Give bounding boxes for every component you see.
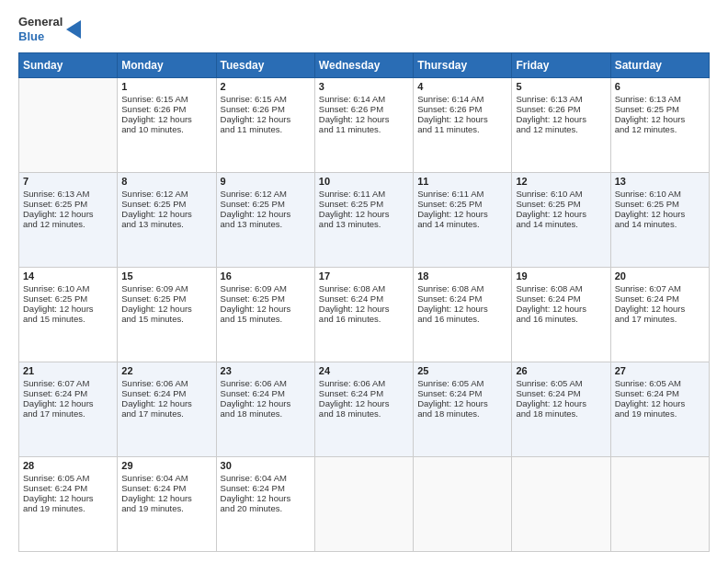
day-info-line: and 19 minutes. xyxy=(615,408,705,419)
day-info-line: and 19 minutes. xyxy=(23,503,113,513)
day-info-line: Sunset: 6:26 PM xyxy=(516,104,606,114)
day-info-line: Sunset: 6:24 PM xyxy=(417,388,507,398)
day-info-line: and 18 minutes. xyxy=(516,408,606,419)
day-info-line: and 16 minutes. xyxy=(417,314,507,324)
day-info-line: Sunrise: 6:08 AM xyxy=(319,283,409,293)
day-info-line: and 11 minutes. xyxy=(319,124,409,134)
svg-marker-0 xyxy=(66,20,81,39)
day-info-line: Sunrise: 6:06 AM xyxy=(221,378,311,388)
day-info-line: Daylight: 12 hours xyxy=(319,398,409,408)
day-number: 27 xyxy=(615,365,705,376)
calendar-week-row: 14Sunrise: 6:10 AMSunset: 6:25 PMDayligh… xyxy=(19,268,710,362)
day-number: 16 xyxy=(221,270,311,282)
day-info-line: Sunset: 6:26 PM xyxy=(417,104,507,114)
day-number: 3 xyxy=(319,81,409,92)
day-info-line: Sunrise: 6:12 AM xyxy=(221,189,311,199)
calendar-cell: 14Sunrise: 6:10 AMSunset: 6:25 PMDayligh… xyxy=(19,268,118,362)
day-number: 12 xyxy=(516,176,606,187)
day-info-line: and 20 minutes. xyxy=(221,503,311,513)
calendar-cell: 15Sunrise: 6:09 AMSunset: 6:25 PMDayligh… xyxy=(118,268,216,362)
day-info-line: Sunrise: 6:10 AM xyxy=(516,189,606,199)
day-info-line: Sunrise: 6:05 AM xyxy=(516,378,606,388)
day-info-line: Sunrise: 6:08 AM xyxy=(516,283,606,293)
logo-triangle-icon xyxy=(64,17,81,42)
day-info-line: Sunset: 6:25 PM xyxy=(121,199,211,209)
day-info-line: and 13 minutes. xyxy=(221,219,311,229)
day-info-line: Sunset: 6:25 PM xyxy=(615,199,705,209)
day-info-line: and 15 minutes. xyxy=(23,314,113,324)
day-info-line: Sunset: 6:26 PM xyxy=(221,104,311,114)
day-info-line: Sunrise: 6:06 AM xyxy=(319,378,409,388)
calendar-cell: 4Sunrise: 6:14 AMSunset: 6:26 PMDaylight… xyxy=(414,78,512,173)
day-number: 10 xyxy=(319,176,409,187)
day-number: 14 xyxy=(23,270,113,282)
day-number: 13 xyxy=(615,176,705,187)
day-info-line: and 18 minutes. xyxy=(319,408,409,419)
logo: General Blue xyxy=(18,15,81,43)
day-info-line: Sunset: 6:24 PM xyxy=(23,388,113,398)
day-info-line: Sunset: 6:25 PM xyxy=(615,104,705,114)
day-info-line: Sunrise: 6:09 AM xyxy=(121,283,211,293)
day-info-line: Sunset: 6:25 PM xyxy=(221,199,311,209)
day-info-line: Sunrise: 6:05 AM xyxy=(615,378,705,388)
day-number: 15 xyxy=(121,270,211,282)
calendar-cell: 13Sunrise: 6:10 AMSunset: 6:25 PMDayligh… xyxy=(610,173,709,268)
day-info-line: Sunrise: 6:14 AM xyxy=(319,94,409,104)
logo-general: General xyxy=(18,15,63,29)
day-info-line: and 17 minutes. xyxy=(615,314,705,324)
calendar-cell xyxy=(19,78,118,173)
day-number: 23 xyxy=(221,365,311,376)
day-info-line: Sunrise: 6:15 AM xyxy=(121,94,211,104)
logo-blue: Blue xyxy=(18,29,63,44)
day-number: 4 xyxy=(417,81,507,92)
day-info-line: Sunset: 6:24 PM xyxy=(23,483,113,493)
day-info-line: Sunset: 6:24 PM xyxy=(221,388,311,398)
calendar-cell: 9Sunrise: 6:12 AMSunset: 6:25 PMDaylight… xyxy=(216,173,314,268)
day-info-line: Sunset: 6:24 PM xyxy=(516,293,606,304)
calendar-cell: 24Sunrise: 6:06 AMSunset: 6:24 PMDayligh… xyxy=(314,362,413,457)
day-info-line: Daylight: 12 hours xyxy=(221,209,311,219)
day-info-line: and 19 minutes. xyxy=(121,503,211,513)
day-info-line: Sunset: 6:24 PM xyxy=(615,388,705,398)
day-info-line: Sunset: 6:26 PM xyxy=(121,104,211,114)
calendar-cell: 27Sunrise: 6:05 AMSunset: 6:24 PMDayligh… xyxy=(610,362,709,457)
day-info-line: Daylight: 12 hours xyxy=(516,398,606,408)
day-info-line: Daylight: 12 hours xyxy=(221,398,311,408)
calendar-cell xyxy=(314,457,413,552)
calendar-cell: 7Sunrise: 6:13 AMSunset: 6:25 PMDaylight… xyxy=(19,173,118,268)
day-info-line: Daylight: 12 hours xyxy=(23,493,113,503)
day-info-line: Sunrise: 6:12 AM xyxy=(121,189,211,199)
day-info-line: Sunrise: 6:08 AM xyxy=(417,283,507,293)
day-info-line: Daylight: 12 hours xyxy=(23,304,113,314)
day-number: 20 xyxy=(615,270,705,282)
day-info-line: Daylight: 12 hours xyxy=(121,304,211,314)
day-info-line: Daylight: 12 hours xyxy=(319,114,409,124)
day-number: 30 xyxy=(221,460,311,471)
calendar-cell: 23Sunrise: 6:06 AMSunset: 6:24 PMDayligh… xyxy=(216,362,314,457)
day-info-line: Daylight: 12 hours xyxy=(121,114,211,124)
day-info-line: Daylight: 12 hours xyxy=(417,398,507,408)
day-number: 21 xyxy=(23,365,113,376)
calendar-cell: 20Sunrise: 6:07 AMSunset: 6:24 PMDayligh… xyxy=(610,268,709,362)
col-header-monday: Monday xyxy=(118,53,216,78)
day-info-line: Daylight: 12 hours xyxy=(221,114,311,124)
day-info-line: Sunset: 6:24 PM xyxy=(121,483,211,493)
day-info-line: Sunset: 6:25 PM xyxy=(516,199,606,209)
day-info-line: and 17 minutes. xyxy=(23,408,113,419)
calendar-cell: 30Sunrise: 6:04 AMSunset: 6:24 PMDayligh… xyxy=(216,457,314,552)
day-number: 7 xyxy=(23,176,113,187)
day-info-line: Daylight: 12 hours xyxy=(121,398,211,408)
day-info-line: Daylight: 12 hours xyxy=(516,209,606,219)
day-info-line: and 13 minutes. xyxy=(319,219,409,229)
col-header-tuesday: Tuesday xyxy=(216,53,314,78)
day-info-line: Daylight: 12 hours xyxy=(615,304,705,314)
day-info-line: Sunrise: 6:05 AM xyxy=(23,473,113,483)
calendar-cell: 25Sunrise: 6:05 AMSunset: 6:24 PMDayligh… xyxy=(414,362,512,457)
calendar-cell: 6Sunrise: 6:13 AMSunset: 6:25 PMDaylight… xyxy=(610,78,709,173)
col-header-sunday: Sunday xyxy=(19,53,118,78)
day-info-line: and 12 minutes. xyxy=(516,124,606,134)
calendar-week-row: 21Sunrise: 6:07 AMSunset: 6:24 PMDayligh… xyxy=(19,362,710,457)
calendar-cell: 16Sunrise: 6:09 AMSunset: 6:25 PMDayligh… xyxy=(216,268,314,362)
day-number: 24 xyxy=(319,365,409,376)
day-number: 28 xyxy=(23,460,113,471)
